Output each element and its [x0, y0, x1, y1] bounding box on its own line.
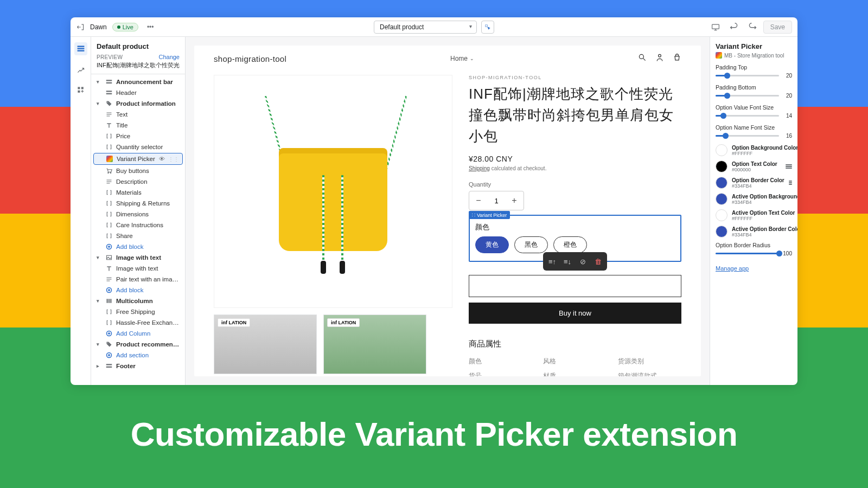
color-setting[interactable]: Option Text Color#000000: [716, 160, 792, 172]
delete-icon[interactable]: 🗑: [591, 254, 605, 268]
change-preview-link[interactable]: Change: [158, 54, 180, 60]
preview-label: PREVIEW: [97, 54, 123, 60]
sections-panel: Default product PREVIEW Change INF配饰|潮牌地…: [91, 37, 186, 385]
move-up-icon[interactable]: ≡↑: [545, 254, 559, 268]
slider[interactable]: 16: [716, 133, 792, 139]
tree-materials[interactable]: Materials: [91, 187, 185, 198]
cart-icon[interactable]: [673, 53, 681, 64]
search-icon[interactable]: [638, 53, 647, 64]
tree-buy-buttons[interactable]: Buy buttons: [91, 165, 185, 176]
quantity-stepper[interactable]: − +: [469, 191, 524, 210]
svg-rect-23: [106, 367, 112, 368]
attr-label: 风格: [543, 357, 607, 366]
color-setting[interactable]: Option Background Color#FFFFFF: [716, 144, 792, 156]
more-menu[interactable]: •••: [144, 22, 157, 32]
svg-rect-7: [78, 91, 80, 93]
tree-variant-picker[interactable]: Variant Picker👁⋮⋮: [93, 153, 183, 165]
qty-plus[interactable]: +: [505, 191, 524, 210]
rail-theme-icon[interactable]: [74, 63, 87, 76]
tree-footer[interactable]: ▸Footer: [91, 361, 185, 371]
tree-product-information[interactable]: ▾Product information: [91, 98, 185, 109]
qty-input[interactable]: [488, 191, 505, 210]
tree-text[interactable]: Text: [91, 109, 185, 120]
rail-sections-icon[interactable]: [74, 42, 87, 55]
slider-label: Padding Bottom: [716, 84, 792, 91]
rail-apps-icon[interactable]: [74, 84, 87, 97]
exit-icon[interactable]: [76, 23, 85, 31]
tree-header[interactable]: Header: [91, 87, 185, 98]
color-setting[interactable]: Option Border Color#334FB4: [716, 177, 792, 189]
tree-share[interactable]: Share: [91, 230, 185, 241]
account-icon[interactable]: [655, 53, 664, 64]
manage-app-link[interactable]: Manage app: [716, 265, 749, 272]
variant-option[interactable]: 黄色: [475, 236, 509, 253]
inspector-toggle[interactable]: [481, 21, 494, 34]
attr-label: 箱包潮流款式: [618, 371, 681, 376]
tree-add-block[interactable]: Add block: [91, 285, 185, 296]
hide-icon[interactable]: ⊘: [576, 254, 590, 268]
theme-name: Dawn: [90, 23, 107, 31]
preview-canvas: shop-migration-tool Home ⌄: [186, 37, 710, 385]
redo-icon[interactable]: [745, 20, 760, 35]
attr-label: 颜色: [469, 357, 532, 366]
visibility-icon: 👁: [159, 156, 165, 162]
buy-now-button[interactable]: Buy it now: [469, 303, 681, 324]
radius-slider[interactable]: 100: [716, 251, 792, 256]
slider[interactable]: 20: [716, 73, 792, 79]
slider-label: Option Name Font Size: [716, 124, 792, 131]
tree-care-instructions[interactable]: Care Instructions: [91, 220, 185, 230]
block-tag: ⸬ Variant Picker: [469, 211, 510, 219]
svg-rect-5: [78, 87, 80, 89]
settings-title: Variant Picker: [716, 42, 792, 50]
svg-rect-22: [106, 364, 112, 365]
svg-rect-6: [81, 87, 83, 89]
tree-image-with-text[interactable]: Image with text: [91, 263, 185, 274]
svg-rect-9: [106, 82, 112, 84]
tree-free-shipping[interactable]: Free Shipping: [91, 306, 185, 317]
svg-rect-18: [108, 299, 110, 303]
desktop-view-icon[interactable]: [708, 20, 723, 35]
banner: Customizable Variant Picker extension: [0, 380, 868, 488]
save-button[interactable]: Save: [763, 21, 792, 34]
variant-option[interactable]: 橙色: [553, 236, 587, 253]
tree-multicolumn[interactable]: ▾Multicolumn: [91, 296, 185, 306]
tree-add-column[interactable]: Add Column: [91, 328, 185, 339]
svg-rect-0: [486, 24, 488, 27]
color-setting[interactable]: Active Option Background ...#334FB4: [716, 193, 792, 205]
tree-price[interactable]: Price: [91, 131, 185, 142]
tree-description[interactable]: Description: [91, 176, 185, 187]
preview-product[interactable]: INF配饰|潮牌地球之歌个性荧光...: [97, 61, 180, 69]
tree-quantity-selector[interactable]: Quantity selector: [91, 142, 185, 152]
option-name: 颜色: [475, 222, 675, 232]
product-thumb[interactable]: inf LATION: [323, 314, 426, 374]
tree-hassle-free-exchanges[interactable]: Hassle-Free Exchanges: [91, 317, 185, 328]
drag-icon: ⋮⋮: [168, 156, 179, 162]
attr-label: 材质: [543, 371, 607, 376]
tree-image-with-text[interactable]: ▾Image with text: [91, 252, 185, 263]
color-setting[interactable]: Active Option Border Color#334FB4: [716, 226, 792, 237]
tree-add-section[interactable]: Add section: [91, 350, 185, 361]
template-select[interactable]: Default product: [374, 21, 477, 34]
undo-icon[interactable]: [726, 20, 742, 35]
slider[interactable]: 14: [716, 113, 792, 119]
quantity-label: Quantity: [469, 181, 681, 188]
add-to-cart-button[interactable]: [469, 275, 681, 297]
variant-option[interactable]: 黑色: [514, 236, 548, 253]
slider[interactable]: 20: [716, 93, 792, 99]
tree-announcement-bar[interactable]: ▾Announcement bar: [91, 76, 185, 87]
tree-pair-text-with-an-image-to-f-[interactable]: Pair text with an image to f...: [91, 274, 185, 285]
block-toolbar: ≡↑ ≡↓ ⊘ 🗑: [543, 252, 607, 271]
variant-picker-block[interactable]: ⸬ Variant Picker 颜色 黄色黑色橙色 ≡↑ ≡↓ ⊘ 🗑: [469, 215, 681, 262]
svg-rect-10: [106, 91, 112, 92]
tree-shipping-returns[interactable]: Shipping & Returns: [91, 198, 185, 209]
qty-minus[interactable]: −: [469, 191, 488, 210]
svg-rect-2: [77, 46, 84, 47]
tree-product-recommendations[interactable]: ▾Product recommendations: [91, 339, 185, 350]
tree-add-block[interactable]: Add block: [91, 241, 185, 252]
nav-home[interactable]: Home ⌄: [450, 55, 474, 62]
tree-title[interactable]: Title: [91, 120, 185, 131]
product-thumb[interactable]: inf LATION: [214, 314, 317, 374]
color-setting[interactable]: Active Option Text Color#FFFFFF: [716, 209, 792, 221]
move-down-icon[interactable]: ≡↓: [560, 254, 575, 268]
tree-dimensions[interactable]: Dimensions: [91, 209, 185, 220]
